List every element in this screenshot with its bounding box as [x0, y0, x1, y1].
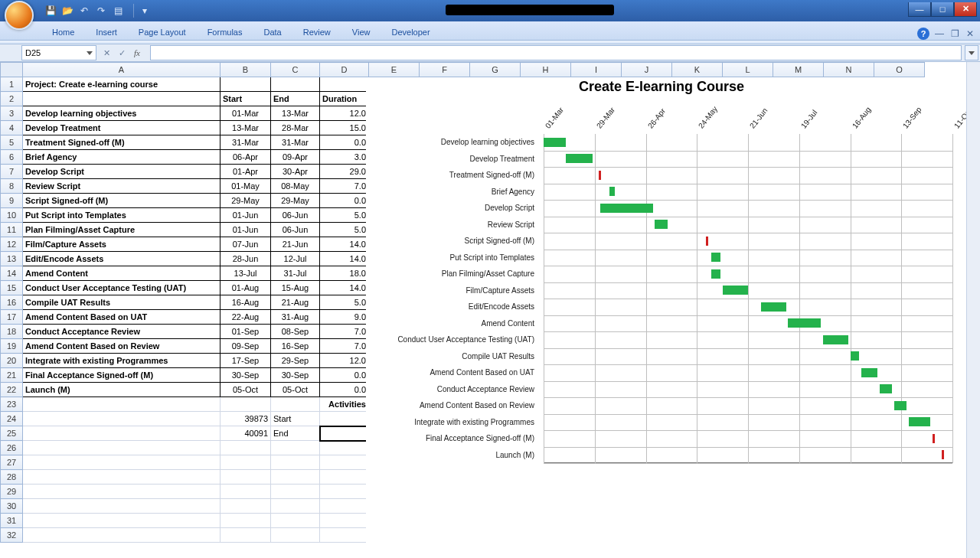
task-name[interactable]: Compile UAT Results: [23, 295, 220, 310]
col-header-B[interactable]: B: [220, 63, 271, 77]
task-end[interactable]: 05-Oct: [271, 383, 320, 397]
col-header-L[interactable]: L: [723, 63, 773, 77]
select-all-corner[interactable]: [1, 63, 23, 77]
task-name[interactable]: Integrate with existing Programmes: [23, 354, 220, 368]
row-header-18[interactable]: 18: [1, 325, 23, 339]
close-button[interactable]: ✕: [954, 2, 977, 17]
row-header-13[interactable]: 13: [1, 252, 23, 266]
cell-D[interactable]: [320, 441, 369, 455]
row-header-23[interactable]: 23: [1, 397, 23, 412]
cell-B[interactable]: [220, 455, 271, 470]
row-header-14[interactable]: 14: [1, 266, 23, 281]
row-header-16[interactable]: 16: [1, 295, 23, 310]
task-end[interactable]: 06-Jun: [271, 208, 320, 223]
task-start[interactable]: 09-Sep: [220, 339, 271, 354]
task-end[interactable]: 09-Apr: [271, 150, 320, 165]
row-header-25[interactable]: 25: [1, 426, 23, 441]
col-header-E[interactable]: E: [369, 63, 420, 77]
col-header-I[interactable]: I: [571, 63, 622, 77]
cell-C[interactable]: [271, 514, 320, 528]
task-start[interactable]: 31-Mar: [220, 135, 271, 150]
cell-B[interactable]: [220, 499, 271, 514]
maximize-button[interactable]: □: [931, 2, 954, 17]
row-header-32[interactable]: 32: [1, 528, 23, 543]
cell-C24[interactable]: Start: [271, 412, 320, 426]
task-end[interactable]: 21-Aug: [271, 295, 320, 310]
task-start[interactable]: 01-Jun: [220, 208, 271, 223]
task-start[interactable]: 29-May: [220, 194, 271, 208]
task-duration[interactable]: 15.0: [320, 121, 369, 135]
cell-D[interactable]: [320, 470, 369, 485]
row-header-11[interactable]: 11: [1, 223, 23, 237]
task-name[interactable]: Brief Agency: [23, 150, 220, 165]
task-end[interactable]: 08-May: [271, 179, 320, 194]
cell-D[interactable]: [320, 499, 369, 514]
cell-A[interactable]: [23, 470, 220, 485]
col-header-C[interactable]: C: [271, 63, 320, 77]
task-name[interactable]: Final Acceptance Signed-off (M): [23, 368, 220, 383]
row-header-2[interactable]: 2: [1, 92, 23, 106]
task-duration[interactable]: 3.0: [320, 150, 369, 165]
task-name[interactable]: Amend Content: [23, 266, 220, 281]
col-header-A[interactable]: A: [23, 63, 220, 77]
cell-D[interactable]: [320, 485, 369, 499]
cell-D[interactable]: [320, 455, 369, 470]
qat-dropdown-icon[interactable]: ▾: [139, 5, 151, 17]
task-duration[interactable]: 7.0: [320, 325, 369, 339]
cell-B[interactable]: [220, 485, 271, 499]
task-name[interactable]: Develop learning objectives: [23, 106, 220, 121]
task-duration[interactable]: 14.0: [320, 281, 369, 295]
task-end[interactable]: 28-Mar: [271, 121, 320, 135]
task-duration[interactable]: 12.0: [320, 354, 369, 368]
task-end[interactable]: 31-Aug: [271, 310, 320, 325]
task-name[interactable]: Conduct Acceptance Review: [23, 325, 220, 339]
task-name[interactable]: Plan Filming/Asset Capture: [23, 223, 220, 237]
header-duration[interactable]: Duration: [320, 92, 369, 106]
col-header-H[interactable]: H: [521, 63, 571, 77]
mdi-restore-icon[interactable]: ❐: [949, 29, 960, 40]
task-name[interactable]: Edit/Encode Assets: [23, 252, 220, 266]
task-start[interactable]: 05-Oct: [220, 383, 271, 397]
task-duration[interactable]: 0.0: [320, 383, 369, 397]
task-name[interactable]: Script Signed-off (M): [23, 194, 220, 208]
vertical-scrollbar[interactable]: [966, 62, 980, 558]
help-icon[interactable]: ?: [917, 28, 929, 40]
cell-A1[interactable]: Project: Create e-learning course: [23, 77, 220, 92]
cell-A[interactable]: [23, 441, 220, 455]
task-start[interactable]: 01-May: [220, 179, 271, 194]
row-header-4[interactable]: 4: [1, 121, 23, 135]
row-header-15[interactable]: 15: [1, 281, 23, 295]
cell-C[interactable]: [271, 455, 320, 470]
task-start[interactable]: 01-Jun: [220, 223, 271, 237]
row-header-12[interactable]: 12: [1, 237, 23, 252]
tab-view[interactable]: View: [341, 24, 381, 40]
minimize-button[interactable]: —: [908, 2, 931, 17]
row-header-24[interactable]: 24: [1, 412, 23, 426]
mdi-minimize-icon[interactable]: —: [934, 29, 945, 40]
task-start[interactable]: 16-Aug: [220, 295, 271, 310]
col-header-N[interactable]: N: [824, 63, 874, 77]
task-start[interactable]: 28-Jun: [220, 252, 271, 266]
tab-home[interactable]: Home: [41, 24, 85, 40]
col-header-F[interactable]: F: [420, 63, 470, 77]
row-header-7[interactable]: 7: [1, 165, 23, 179]
col-header-J[interactable]: J: [622, 63, 672, 77]
save-icon[interactable]: 💾: [44, 5, 57, 17]
task-start[interactable]: 17-Sep: [220, 354, 271, 368]
task-end[interactable]: 31-Jul: [271, 266, 320, 281]
row-header-19[interactable]: 19: [1, 339, 23, 354]
cell-B[interactable]: [220, 470, 271, 485]
task-end[interactable]: 08-Sep: [271, 325, 320, 339]
tab-insert[interactable]: Insert: [85, 24, 128, 40]
task-end[interactable]: 15-Aug: [271, 281, 320, 295]
task-end[interactable]: 16-Sep: [271, 339, 320, 354]
cancel-formula-icon[interactable]: ✕: [101, 48, 112, 58]
cell-A[interactable]: [23, 455, 220, 470]
tab-developer[interactable]: Developer: [381, 24, 440, 40]
cell-C[interactable]: [271, 499, 320, 514]
row-header-8[interactable]: 8: [1, 179, 23, 194]
task-name[interactable]: Film/Capture Assets: [23, 237, 220, 252]
task-start[interactable]: 01-Mar: [220, 106, 271, 121]
task-duration[interactable]: 14.0: [320, 237, 369, 252]
cell-A[interactable]: [23, 499, 220, 514]
